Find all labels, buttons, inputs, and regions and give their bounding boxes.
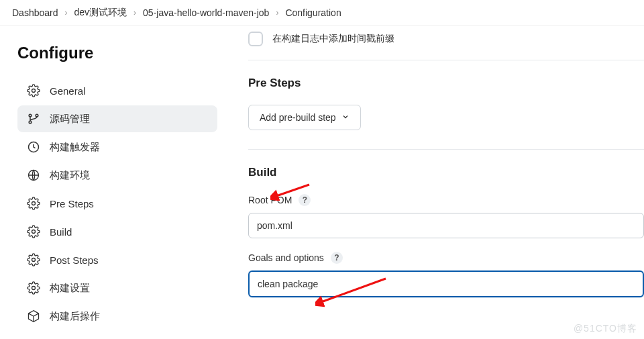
timestamp-checkbox-label: 在构建日志中添加时间戳前缀 xyxy=(272,33,394,45)
divider xyxy=(248,149,644,150)
chevron-right-icon: › xyxy=(133,8,136,17)
sidebar-item-label: General xyxy=(50,85,85,97)
chevron-down-icon xyxy=(341,112,350,123)
cube-icon xyxy=(27,309,40,323)
sidebar: Configure General 源码管理 构建触发器 xyxy=(0,26,228,338)
add-pre-build-step-button[interactable]: Add pre-build step xyxy=(248,105,361,130)
add-pre-build-step-label: Add pre-build step xyxy=(260,112,336,123)
svg-point-6 xyxy=(32,202,36,205)
help-icon[interactable]: ? xyxy=(331,252,343,264)
goals-input[interactable] xyxy=(248,271,644,297)
page-title: Configure xyxy=(17,44,217,62)
main-content: 在构建日志中添加时间戳前缀 Pre Steps Add pre-build st… xyxy=(228,26,644,338)
svg-point-2 xyxy=(36,114,38,117)
svg-point-7 xyxy=(32,230,36,234)
sidebar-item-label: Pre Steps xyxy=(50,198,94,209)
breadcrumb-item[interactable]: dev测试环境 xyxy=(74,7,127,19)
sidebar-item-scm[interactable]: 源码管理 xyxy=(17,105,217,132)
sidebar-item-pre-steps[interactable]: Pre Steps xyxy=(17,190,217,217)
chevron-right-icon: › xyxy=(276,8,278,17)
sidebar-item-label: 构建环境 xyxy=(50,169,90,182)
sidebar-item-build-settings[interactable]: 构建设置 xyxy=(17,275,217,301)
root-pom-input[interactable] xyxy=(248,213,644,238)
gear-icon xyxy=(27,197,40,210)
sidebar-item-label: 构建后操作 xyxy=(50,310,100,323)
breadcrumb-item[interactable]: 05-java-hello-world-maven-job xyxy=(143,7,269,18)
timestamp-checkbox-row: 在构建日志中添加时间戳前缀 xyxy=(248,32,644,46)
build-title: Build xyxy=(248,166,644,179)
pre-steps-title: Pre Steps xyxy=(248,77,644,90)
timestamp-checkbox[interactable] xyxy=(248,32,263,46)
sidebar-item-post-steps[interactable]: Post Steps xyxy=(17,246,217,273)
clock-icon xyxy=(27,140,40,154)
sidebar-item-label: 源码管理 xyxy=(50,113,90,126)
gear-icon xyxy=(27,253,40,267)
sidebar-item-environment[interactable]: 构建环境 xyxy=(17,162,217,189)
gear-icon xyxy=(27,84,40,97)
sidebar-item-post-build[interactable]: 构建后操作 xyxy=(17,303,217,330)
gear-icon xyxy=(27,225,40,238)
sidebar-nav: General 源码管理 构建触发器 构建环境 xyxy=(17,77,217,330)
svg-point-1 xyxy=(29,114,32,117)
svg-point-9 xyxy=(32,287,36,290)
breadcrumb-item[interactable]: Configuration xyxy=(285,7,341,18)
sidebar-item-label: 构建设置 xyxy=(50,282,90,295)
divider xyxy=(248,60,644,60)
svg-point-0 xyxy=(32,89,36,93)
root-pom-label: Root POM xyxy=(248,195,292,205)
sidebar-item-triggers[interactable]: 构建触发器 xyxy=(17,134,217,160)
sidebar-item-build[interactable]: Build xyxy=(17,218,217,245)
svg-point-8 xyxy=(32,258,36,262)
breadcrumb-item[interactable]: Dashboard xyxy=(12,7,58,18)
globe-icon xyxy=(27,168,40,182)
sidebar-item-general[interactable]: General xyxy=(17,77,217,104)
sidebar-item-label: Build xyxy=(50,226,72,238)
help-icon[interactable]: ? xyxy=(299,194,311,206)
sidebar-item-label: 构建触发器 xyxy=(50,141,100,154)
chevron-right-icon: › xyxy=(65,8,68,17)
gear-icon xyxy=(27,281,40,295)
branch-icon xyxy=(27,112,40,126)
sidebar-item-label: Post Steps xyxy=(50,254,99,266)
goals-label: Goals and options xyxy=(248,252,324,263)
breadcrumb: Dashboard › dev测试环境 › 05-java-hello-worl… xyxy=(0,0,644,26)
svg-point-3 xyxy=(29,121,32,124)
